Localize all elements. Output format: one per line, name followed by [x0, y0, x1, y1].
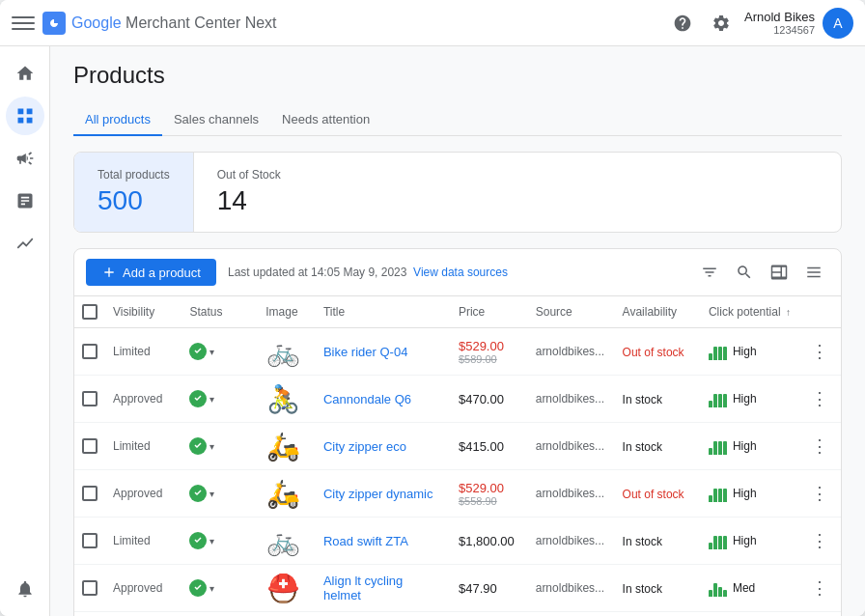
row-click-potential-5: High — [701, 518, 798, 565]
bar-2 — [718, 536, 722, 549]
row-click-potential-7: Med — [701, 612, 798, 617]
select-all-checkbox[interactable] — [82, 304, 98, 320]
product-link-4[interactable]: City zipper dynamic — [323, 487, 432, 501]
click-label-2: High — [733, 392, 757, 406]
sort-icon: ↑ — [786, 307, 791, 318]
row-actions-3: ⋮ — [798, 423, 841, 470]
view-toggle-button[interactable] — [798, 257, 829, 288]
help-button[interactable] — [667, 8, 698, 39]
status-chevron-3[interactable]: ▾ — [209, 441, 214, 452]
tab-all-products[interactable]: All products — [73, 104, 162, 136]
settings-button[interactable] — [706, 8, 737, 39]
row-visibility-4: Approved — [105, 470, 181, 518]
status-dot-5 — [189, 532, 207, 549]
price-main-2: $470.00 — [459, 392, 520, 406]
sidebar-item-marketing[interactable] — [6, 139, 44, 178]
row-source-5: arnoldbikes... — [528, 518, 615, 565]
row-availability-2: In stock — [615, 376, 701, 423]
more-actions-button-2[interactable]: ⋮ — [806, 385, 833, 412]
col-visibility-header: Visibility — [105, 296, 181, 328]
row-availability-7: In stock — [615, 612, 701, 617]
google-logo-icon — [42, 12, 66, 35]
row-checkbox-5[interactable] — [82, 533, 98, 548]
more-actions-button-4[interactable]: ⋮ — [806, 480, 833, 507]
stat-oos-value: 14 — [217, 185, 281, 216]
account-info: Arnold Bikes 1234567 — [744, 10, 815, 36]
sidebar-item-home[interactable] — [6, 54, 44, 93]
more-actions-button-3[interactable]: ⋮ — [806, 433, 833, 460]
status-chevron-5[interactable]: ▾ — [209, 536, 214, 546]
product-link-6[interactable]: Align lt cycling helmet — [323, 574, 403, 602]
more-actions-button-6[interactable]: ⋮ — [806, 574, 833, 602]
account-name: Arnold Bikes — [744, 10, 815, 24]
row-source-3: arnoldbikes... — [528, 423, 615, 470]
row-source-7: arnoldbikes... — [528, 612, 615, 617]
status-chevron-1[interactable]: ▾ — [209, 347, 214, 357]
row-checkbox-3[interactable] — [82, 438, 98, 454]
click-label-6: Med — [733, 581, 755, 595]
row-check — [74, 612, 105, 617]
hamburger-menu[interactable] — [12, 12, 35, 35]
row-price-5: $1,800.00 — [451, 518, 528, 565]
tab-needs-attention[interactable]: Needs attention — [270, 104, 381, 136]
search-button[interactable] — [729, 257, 760, 288]
click-potential-5: High — [709, 532, 791, 549]
row-visibility-6: Approved — [105, 565, 181, 612]
add-product-button[interactable]: Add a product — [86, 259, 216, 286]
row-click-potential-6: Med — [701, 565, 798, 612]
product-link-1[interactable]: Bike rider Q-04 — [323, 345, 407, 359]
status-chevron-6[interactable]: ▾ — [209, 583, 214, 594]
status-chevron-4[interactable]: ▾ — [209, 489, 214, 499]
status-dot-6 — [189, 579, 207, 597]
tab-sales-channels[interactable]: Sales channels — [162, 104, 270, 136]
row-click-potential-3: High — [701, 423, 798, 470]
row-status-6: ▾ — [181, 565, 258, 612]
row-checkbox-2[interactable] — [82, 391, 98, 406]
row-image-6: ⛑️ — [258, 565, 316, 612]
col-click-potential-header: Click potential ↑ — [701, 296, 798, 328]
row-price-4: $529.00 $558.90 — [451, 470, 528, 518]
product-image-5: 🚲 — [265, 523, 300, 558]
row-checkbox-6[interactable] — [82, 580, 98, 596]
stat-oos-label: Out of Stock — [217, 168, 281, 182]
table-row: Approved ▾ ⛑️ Align lt cycling helmet $4… — [74, 565, 841, 612]
sidebar-item-reports[interactable] — [6, 182, 44, 220]
table-header-row: Visibility Status Image Title Price Sour… — [74, 296, 841, 328]
status-dot-2 — [189, 390, 207, 407]
row-image-3: 🛵 — [258, 423, 316, 470]
filter-button[interactable] — [694, 257, 725, 288]
more-actions-button-1[interactable]: ⋮ — [806, 338, 833, 365]
row-title-3: City zipper eco — [316, 423, 451, 470]
stat-total-products: Total products 500 — [74, 153, 193, 232]
col-price-header: Price — [451, 296, 528, 328]
avatar[interactable]: A — [823, 8, 853, 39]
row-checkbox-4[interactable] — [82, 486, 98, 501]
products-table: Visibility Status Image Title Price Sour… — [74, 296, 841, 616]
click-label-1: High — [733, 345, 757, 358]
sidebar-item-products[interactable] — [6, 97, 44, 135]
status-chevron-2[interactable]: ▾ — [209, 394, 214, 405]
table-row: Approved ▾ 🛵 City zipper dynamic $529.00… — [74, 470, 841, 518]
row-title-1: Bike rider Q-04 — [316, 328, 451, 376]
row-status-7: ▾ — [181, 612, 258, 617]
sidebar-item-analytics[interactable] — [6, 224, 44, 263]
click-label-5: High — [733, 534, 757, 547]
product-link-3[interactable]: City zipper eco — [323, 439, 406, 454]
bar-chart-3 — [709, 437, 727, 455]
app-title: Google Merchant Center Next — [71, 14, 277, 32]
columns-button[interactable] — [764, 257, 795, 288]
row-image-4: 🛵 — [258, 470, 316, 518]
bar-3 — [723, 590, 727, 597]
product-link-5[interactable]: Road swift ZTA — [323, 534, 408, 548]
product-link-2[interactable]: Cannondale Q6 — [323, 392, 411, 406]
bar-2 — [718, 394, 722, 407]
view-data-sources-link[interactable]: View data sources — [413, 266, 508, 279]
row-click-potential-2: High — [701, 376, 798, 423]
nav-right: Arnold Bikes 1234567 A — [667, 8, 853, 39]
sidebar-item-notifications[interactable] — [6, 570, 44, 608]
bar-3 — [723, 441, 727, 455]
more-actions-button-5[interactable]: ⋮ — [806, 527, 833, 554]
row-checkbox-1[interactable] — [82, 344, 98, 359]
stats-row: Total products 500 Out of Stock 14 — [73, 152, 842, 233]
content-area: Products All products Sales channels Nee… — [50, 46, 865, 616]
